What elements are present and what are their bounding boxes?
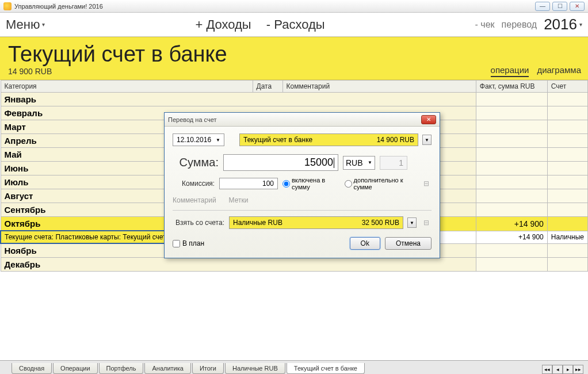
expand-icon[interactable]: ⊟ bbox=[421, 180, 432, 188]
tags-link[interactable]: Метки bbox=[229, 196, 249, 204]
menu-label: Меню bbox=[6, 17, 40, 32]
bottom-tabs: СводнаяОперацииПортфельАналитикаИтогиНал… bbox=[0, 360, 588, 374]
scroll-next-button[interactable]: ▸ bbox=[563, 365, 573, 374]
col-account[interactable]: Счет bbox=[547, 81, 587, 93]
scroll-prev-button[interactable]: ◂ bbox=[552, 365, 563, 374]
bottom-tab[interactable]: Портфель bbox=[99, 363, 144, 374]
from-label: Взять со счета: bbox=[173, 219, 224, 227]
menu-button[interactable]: Меню ▾ bbox=[6, 17, 45, 32]
sum-label: Сумма: bbox=[173, 156, 219, 169]
tab-operations[interactable]: операции bbox=[491, 65, 529, 77]
bottom-tab[interactable]: Сводная bbox=[12, 363, 52, 374]
date-input[interactable]: 12.10.2016 ▼ bbox=[173, 133, 224, 146]
commission-label: Комиссия: bbox=[173, 180, 215, 188]
radio-additional[interactable]: дополнительно к сумме bbox=[345, 177, 417, 190]
scroll-first-button[interactable]: ◂◂ bbox=[542, 365, 552, 374]
year-value: 2016 bbox=[544, 16, 577, 33]
col-category[interactable]: Категория bbox=[1, 81, 253, 93]
window-titlebar: Управляющий деньгами! 2016 — ☐ ✕ bbox=[0, 0, 588, 13]
bottom-tab[interactable]: Итоги bbox=[192, 363, 224, 374]
from-account-combo[interactable]: Наличные RUB 32 500 RUB bbox=[229, 216, 403, 229]
minimize-button[interactable]: — bbox=[535, 2, 550, 11]
bottom-tab[interactable]: Текущий счет в банке bbox=[287, 363, 365, 374]
month-row[interactable]: Декабрь bbox=[1, 258, 588, 272]
from-account-dropdown-button[interactable]: ▼ bbox=[407, 217, 417, 228]
sum-input[interactable]: 15000 bbox=[223, 154, 338, 171]
comment-link[interactable]: Комментарий bbox=[173, 196, 216, 204]
dialog-close-button[interactable]: ✕ bbox=[421, 115, 436, 124]
close-button[interactable]: ✕ bbox=[570, 2, 585, 11]
currency-combo[interactable]: RUB ▼ bbox=[343, 156, 375, 170]
plan-checkbox[interactable]: В план bbox=[173, 239, 204, 247]
maximize-button[interactable]: ☐ bbox=[552, 2, 567, 11]
chevron-down-icon: ▾ bbox=[579, 21, 582, 28]
expand-icon[interactable]: ⊟ bbox=[421, 219, 432, 227]
app-icon bbox=[3, 2, 12, 10]
transfer-dialog: Перевод на счет ✕ 12.10.2016 ▼ Текущий с… bbox=[164, 112, 440, 258]
chevron-down-icon: ▼ bbox=[368, 160, 372, 165]
ok-button[interactable]: Ok bbox=[350, 237, 380, 250]
to-account-combo[interactable]: Текущий счет в банке 14 900 RUB bbox=[239, 133, 418, 146]
rate-input: 1 bbox=[380, 156, 407, 170]
income-button[interactable]: + Доходы bbox=[195, 17, 251, 32]
chevron-down-icon: ▼ bbox=[216, 138, 220, 143]
radio-included[interactable]: включена в сумму bbox=[282, 177, 340, 190]
month-row[interactable]: Январь bbox=[1, 93, 588, 106]
tab-chart[interactable]: диаграмма bbox=[537, 65, 581, 77]
dialog-title: Перевод на счет bbox=[168, 116, 216, 123]
year-selector[interactable]: 2016 ▾ bbox=[544, 16, 582, 33]
command-bar: Меню ▾ + Доходы - Расходы - чек перевод … bbox=[0, 13, 588, 37]
scroll-last-button[interactable]: ▸▸ bbox=[573, 365, 583, 374]
bottom-tab[interactable]: Операции bbox=[53, 363, 97, 374]
bottom-tab[interactable]: Аналитика bbox=[144, 363, 190, 374]
check-button[interactable]: - чек bbox=[475, 20, 495, 30]
expense-button[interactable]: - Расходы bbox=[266, 17, 325, 32]
window-title: Управляющий деньгами! 2016 bbox=[14, 3, 103, 10]
col-date[interactable]: Дата bbox=[253, 81, 282, 93]
transfer-button[interactable]: перевод bbox=[502, 20, 537, 30]
bottom-tab[interactable]: Наличные RUB bbox=[225, 363, 285, 374]
account-title: Текущий счет в банке bbox=[8, 42, 580, 67]
commission-input[interactable]: 100 bbox=[219, 178, 278, 189]
col-comment[interactable]: Комментарий bbox=[282, 81, 476, 93]
cancel-button[interactable]: Отмена bbox=[385, 237, 432, 250]
col-fact[interactable]: Факт, сумма RUB bbox=[476, 81, 547, 93]
account-header: Текущий счет в банке 14 900 RUB операции… bbox=[0, 37, 588, 80]
to-account-dropdown-button[interactable]: ▼ bbox=[422, 135, 432, 145]
